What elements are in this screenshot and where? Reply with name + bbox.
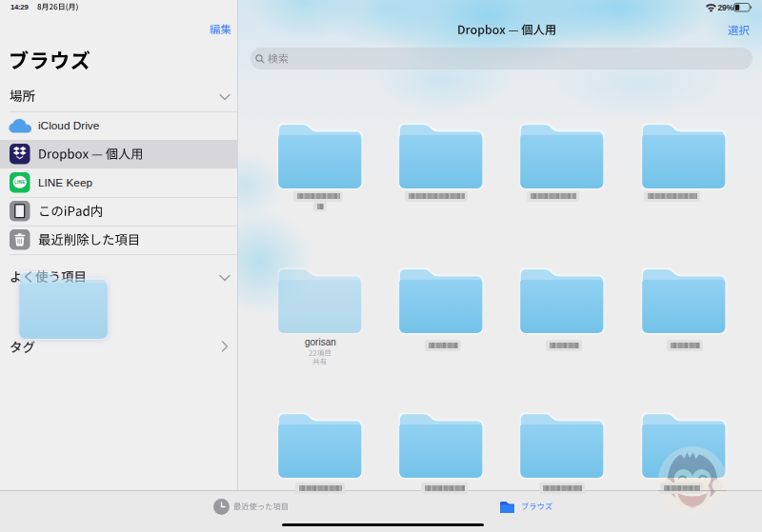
svg-text:LINE: LINE	[14, 179, 26, 185]
